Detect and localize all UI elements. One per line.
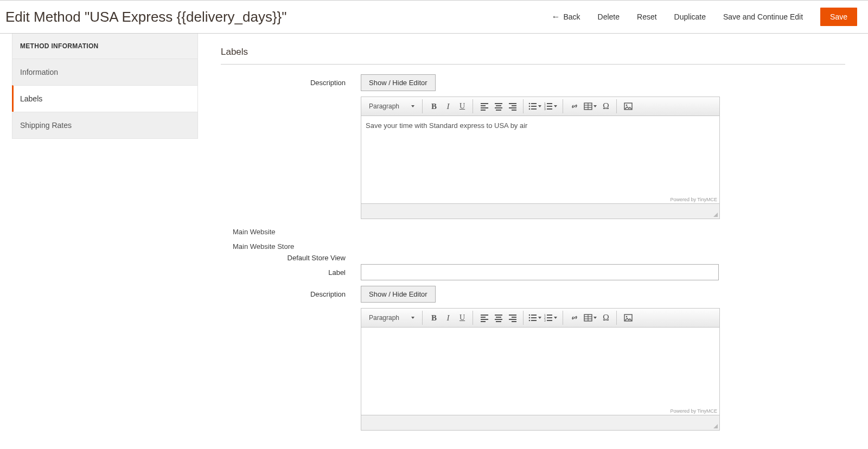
svg-rect-26 [547, 320, 552, 321]
resize-handle-icon[interactable] [712, 423, 719, 429]
link-button[interactable] [567, 99, 582, 113]
row-label: Label [221, 264, 845, 280]
bullet-list-button[interactable] [528, 311, 542, 325]
save-button[interactable]: Save [820, 8, 857, 26]
svg-rect-1 [531, 103, 537, 104]
label-input[interactable] [361, 264, 719, 280]
align-center-icon[interactable] [492, 311, 506, 325]
svg-rect-8 [547, 108, 552, 110]
svg-text:3: 3 [544, 319, 546, 322]
editor-toolbar: Paragraph B I U [361, 97, 720, 116]
resize-handle-icon[interactable] [712, 211, 719, 218]
format-select-2[interactable]: Paragraph [365, 312, 419, 323]
bold-button[interactable]: B [427, 99, 441, 113]
bold-button[interactable]: B [427, 311, 441, 325]
chevron-down-icon [538, 105, 541, 107]
svg-point-22 [529, 320, 531, 322]
svg-rect-24 [547, 315, 552, 316]
align-right-icon[interactable] [506, 99, 520, 113]
format-select[interactable]: Paragraph [365, 101, 419, 112]
underline-button[interactable]: U [455, 311, 469, 325]
sidebar-item-shipping-rates[interactable]: Shipping Rates [12, 112, 197, 138]
rich-editor-1: Paragraph B I U [361, 97, 720, 219]
editor-content-area[interactable]: Save your time with Standard express to … [361, 116, 720, 204]
label-description-2: Description [221, 286, 361, 431]
sidebar-panel: METHOD INFORMATION Information Labels Sh… [12, 34, 198, 139]
toggle-editor-button[interactable]: Show / Hide Editor [361, 74, 436, 91]
svg-point-20 [529, 317, 531, 319]
editor-statusbar [361, 204, 720, 219]
svg-rect-23 [531, 320, 537, 321]
format-select-label-2: Paragraph [369, 314, 399, 322]
sidebar-item-information[interactable]: Information [12, 59, 197, 85]
numbered-list-button[interactable]: 123 [542, 99, 559, 113]
svg-rect-3 [531, 106, 537, 107]
svg-point-0 [529, 103, 531, 105]
image-button[interactable] [621, 99, 635, 113]
row-description-storeview: Description Show / Hide Editor Paragraph… [221, 286, 845, 431]
row-description: Description Show / Hide Editor Paragraph… [221, 74, 845, 219]
editor-text: Save your time with Standard express to … [366, 121, 527, 130]
sidebar: METHOD INFORMATION Information Labels Sh… [0, 34, 198, 449]
svg-rect-7 [547, 106, 552, 107]
svg-point-17 [626, 105, 628, 106]
tinymce-branding-2: Powered by TinyMCE [670, 408, 717, 414]
chevron-down-icon [593, 105, 597, 107]
svg-point-35 [626, 316, 628, 318]
chevron-down-icon [411, 317, 414, 319]
scope-website: Main Website [233, 224, 845, 239]
scope-store-view: Default Store View [221, 254, 361, 262]
chevron-down-icon [554, 105, 557, 107]
label-description: Description [221, 74, 361, 219]
table-button[interactable] [582, 311, 599, 325]
svg-rect-25 [547, 317, 552, 318]
chevron-down-icon [538, 317, 541, 319]
table-button[interactable] [582, 99, 599, 113]
content: Labels Description Show / Hide Editor Pa… [198, 34, 868, 449]
chevron-down-icon [411, 105, 414, 107]
numbered-list-button[interactable]: 123 [542, 311, 559, 325]
header-actions: ← Back Delete Reset Duplicate Save and C… [551, 8, 857, 26]
sidebar-panel-header: METHOD INFORMATION [12, 34, 197, 59]
svg-point-18 [529, 315, 531, 316]
align-left-icon[interactable] [477, 311, 492, 325]
rich-editor-2: Paragraph B I U [361, 308, 720, 431]
editor-toolbar-2: Paragraph B I U [361, 308, 720, 328]
scope-store: Main Website Store [233, 239, 845, 254]
section-title: Labels [221, 47, 845, 65]
arrow-left-icon: ← [551, 12, 560, 22]
special-char-button[interactable]: Ω [599, 99, 613, 113]
toggle-editor-button-2[interactable]: Show / Hide Editor [361, 286, 436, 303]
italic-button[interactable]: I [441, 311, 455, 325]
svg-rect-19 [531, 315, 537, 316]
bullet-list-button[interactable] [528, 99, 542, 113]
save-continue-button[interactable]: Save and Continue Edit [723, 12, 803, 21]
link-button[interactable] [567, 311, 582, 325]
reset-button[interactable]: Reset [637, 12, 657, 21]
chevron-down-icon [593, 317, 597, 319]
underline-button[interactable]: U [455, 99, 469, 113]
page-header: Edit Method "USA Express {{delivery_days… [0, 0, 868, 34]
svg-point-2 [529, 106, 531, 107]
back-label: Back [563, 12, 580, 21]
sidebar-item-labels[interactable]: Labels [12, 85, 197, 112]
svg-rect-21 [531, 317, 537, 318]
duplicate-button[interactable]: Duplicate [674, 12, 706, 21]
svg-rect-5 [531, 108, 537, 110]
back-button[interactable]: ← Back [551, 12, 580, 22]
italic-button[interactable]: I [441, 99, 455, 113]
format-select-label: Paragraph [369, 102, 399, 110]
svg-text:3: 3 [544, 107, 546, 111]
image-button[interactable] [621, 311, 635, 325]
align-right-icon[interactable] [506, 311, 520, 325]
svg-rect-6 [547, 103, 552, 104]
editor-content-area-2[interactable]: Powered by TinyMCE [361, 328, 720, 415]
delete-button[interactable]: Delete [598, 12, 620, 21]
special-char-button[interactable]: Ω [599, 311, 613, 325]
align-center-icon[interactable] [492, 99, 506, 113]
tinymce-branding: Powered by TinyMCE [670, 197, 717, 202]
label-label: Label [221, 264, 361, 280]
svg-point-4 [529, 108, 531, 110]
align-left-icon[interactable] [477, 99, 492, 113]
page-title: Edit Method "USA Express {{delivery_days… [5, 9, 287, 25]
